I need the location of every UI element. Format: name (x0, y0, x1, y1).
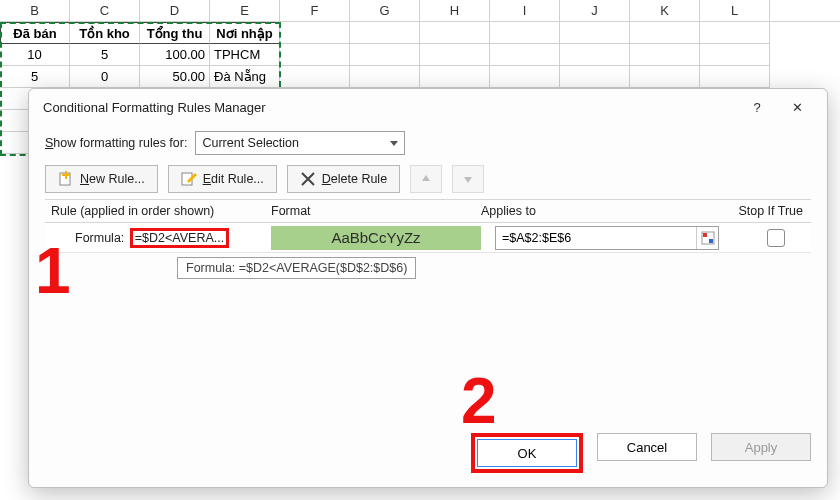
new-rule-icon (58, 171, 74, 187)
cell[interactable] (490, 66, 560, 88)
cell[interactable]: 5 (70, 44, 140, 66)
col-F[interactable]: F (280, 0, 350, 21)
ok-highlight: OK (471, 433, 583, 473)
cell[interactable]: 5 (0, 66, 70, 88)
rule-formula-short: =$D2<AVERA... (130, 228, 229, 248)
col-G[interactable]: G (350, 0, 420, 21)
col-format: Format (271, 204, 481, 218)
col-J[interactable]: J (560, 0, 630, 21)
edit-rule-button[interactable]: Edit Rule... (168, 165, 277, 193)
col-stop: Stop If True (721, 204, 811, 218)
cell[interactable] (700, 22, 770, 44)
rules-list-header: Rule (applied in order shown) Format App… (45, 199, 811, 223)
cell[interactable] (700, 66, 770, 88)
column-headers: B C D E F G H I J K L (0, 0, 840, 22)
col-L[interactable]: L (700, 0, 770, 21)
delete-rule-icon (300, 171, 316, 187)
cell[interactable] (630, 22, 700, 44)
cell[interactable] (630, 44, 700, 66)
cell[interactable] (350, 22, 420, 44)
dialog-buttons: OK Cancel Apply (471, 433, 811, 473)
delete-rule-button[interactable]: Delete Rule (287, 165, 400, 193)
cell[interactable] (560, 66, 630, 88)
cell[interactable] (630, 66, 700, 88)
applies-to-input[interactable] (496, 231, 696, 245)
col-B[interactable]: B (0, 0, 70, 21)
apply-button[interactable]: Apply (711, 433, 811, 461)
move-up-button[interactable] (410, 165, 442, 193)
formula-tooltip: Formula: =$D2<AVERAGE($D$2:$D$6) (177, 257, 416, 279)
svg-rect-6 (709, 239, 713, 243)
header-noi-nhap[interactable]: Nơi nhập (210, 22, 280, 44)
annotation-2: 2 (461, 369, 497, 433)
cell[interactable] (350, 66, 420, 88)
header-tong-thu[interactable]: Tổng thu (140, 22, 210, 44)
col-D[interactable]: D (140, 0, 210, 21)
svg-rect-2 (62, 174, 70, 176)
cell[interactable]: Đà Nẵng (210, 66, 280, 88)
stop-if-true-checkbox[interactable] (767, 229, 785, 247)
applies-to-field[interactable] (495, 226, 719, 250)
dialog-title: Conditional Formatting Rules Manager (43, 100, 737, 115)
cell[interactable]: 50.00 (140, 66, 210, 88)
chevron-down-icon (390, 141, 398, 146)
header-da-ban[interactable]: Đã bán (0, 22, 70, 44)
cell[interactable] (420, 44, 490, 66)
cell[interactable] (280, 22, 350, 44)
rule-row[interactable]: Formula: =$D2<AVERA... AaBbCcYyZz (45, 223, 811, 253)
cell[interactable] (420, 22, 490, 44)
col-C[interactable]: C (70, 0, 140, 21)
cell[interactable] (350, 44, 420, 66)
cell[interactable] (560, 22, 630, 44)
col-K[interactable]: K (630, 0, 700, 21)
show-rules-label: Show formatting rules for: (45, 136, 187, 150)
header-ton-kho[interactable]: Tồn kho (70, 22, 140, 44)
cell[interactable] (490, 44, 560, 66)
ok-button[interactable]: OK (477, 439, 577, 467)
cell[interactable]: 0 (70, 66, 140, 88)
col-H[interactable]: H (420, 0, 490, 21)
move-down-button[interactable] (452, 165, 484, 193)
cell[interactable]: 10 (0, 44, 70, 66)
col-applies: Applies to (481, 204, 721, 218)
new-rule-button[interactable]: NNew Rule...ew Rule... (45, 165, 158, 193)
edit-rule-icon (181, 171, 197, 187)
rule-description: Formula: =$D2<AVERA... (45, 228, 271, 248)
help-button[interactable]: ? (737, 92, 777, 122)
title-bar: Conditional Formatting Rules Manager ? ✕ (29, 89, 827, 125)
cell[interactable] (560, 44, 630, 66)
cell[interactable] (490, 22, 560, 44)
svg-rect-5 (703, 233, 707, 237)
cell[interactable] (420, 66, 490, 88)
col-rule: Rule (applied in order shown) (45, 204, 271, 218)
col-E[interactable]: E (210, 0, 280, 21)
cell[interactable] (700, 44, 770, 66)
cancel-button[interactable]: Cancel (597, 433, 697, 461)
cell[interactable] (280, 44, 350, 66)
rule-format-preview: AaBbCcYyZz (271, 226, 481, 250)
rules-manager-dialog: Conditional Formatting Rules Manager ? ✕… (28, 88, 828, 488)
col-I[interactable]: I (490, 0, 560, 21)
scope-value: Current Selection (202, 136, 299, 150)
range-picker-icon[interactable] (696, 227, 718, 249)
cell[interactable]: TPHCM (210, 44, 280, 66)
cell[interactable]: 100.00 (140, 44, 210, 66)
cell[interactable] (280, 66, 350, 88)
scope-select[interactable]: Current Selection (195, 131, 405, 155)
close-button[interactable]: ✕ (777, 92, 817, 122)
toolbar: NNew Rule...ew Rule... Edit Rule... Dele… (45, 165, 811, 193)
